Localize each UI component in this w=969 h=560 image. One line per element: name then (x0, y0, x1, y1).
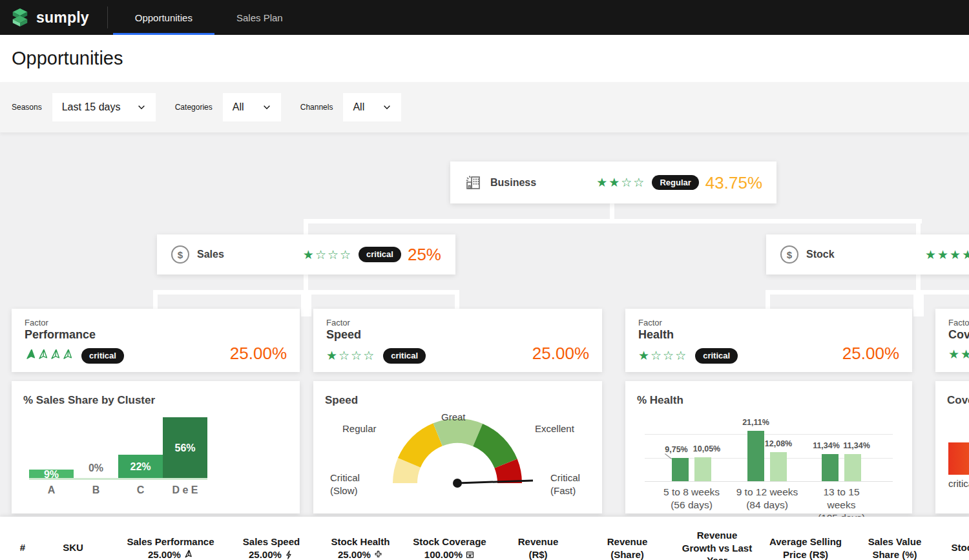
chevron-down-icon (137, 103, 146, 112)
cluster-categories: ABCD e E (29, 484, 207, 496)
tree-connector (766, 290, 770, 309)
coverage-category-label: critical (948, 478, 969, 489)
table-header-cell[interactable]: # (10, 541, 36, 554)
app-window: sumply Opportunities Sales Plan Opportun… (0, 0, 969, 560)
tree-node-sales[interactable]: $ Sales ★☆☆☆ critical 25% (157, 234, 455, 275)
gauge-label-critical-fast: Critical (Fast) (550, 472, 590, 497)
sales-share-cluster-chart-card: % Sales Share by Cluster 9%0%22%56% ABCD… (12, 381, 300, 513)
health-bar (770, 452, 787, 481)
tree-connector (304, 219, 922, 223)
factor-card-speed[interactable]: Factor Speed ★☆☆☆ critical 25.00% (313, 309, 602, 372)
categories-dropdown[interactable]: All (223, 93, 281, 121)
filter-bar: Seasons Last 15 days Categories All Chan… (0, 82, 969, 132)
health-bar (822, 454, 839, 481)
factor-title: Health (638, 328, 899, 342)
status-badge: critical (695, 348, 738, 364)
rating-stars: ★☆☆☆ (326, 349, 375, 362)
status-badge: Regular (652, 175, 698, 191)
cluster-category-label: A (29, 484, 74, 496)
cluster-category-label: B (74, 484, 118, 496)
page-header: Opportunities (0, 35, 969, 82)
rating-stars: ★★★★ (925, 249, 969, 261)
chart-title: % Sales Share by Cluster (23, 394, 155, 407)
tree-node-business[interactable]: Business ★★☆☆ Regular 43.75% (450, 161, 776, 203)
factor-score: 25.00% (532, 345, 589, 362)
factor-kicker: Factor (25, 318, 287, 327)
table-header-cell[interactable]: Stock Coverage100.00% (401, 535, 498, 560)
bar-value-label: 21,11% (742, 418, 769, 427)
cluster-bars: 9%0%22%56% (29, 417, 207, 479)
gridline (645, 434, 893, 435)
brand-logo[interactable]: sumply (0, 0, 102, 35)
tab-opportunities[interactable]: Opportunities (113, 0, 214, 35)
tree-connector (301, 295, 311, 316)
tree-connector (913, 295, 924, 316)
rating-stars: ★★★☆ (948, 348, 969, 360)
coverage-chart-card: Coverage critical (935, 381, 969, 513)
gauge-label-regular: Regular (342, 422, 377, 435)
factor-title: Speed (326, 328, 589, 342)
node-label: Sales (197, 249, 224, 260)
table-header-cell[interactable]: SKU (44, 541, 102, 554)
channels-dropdown[interactable]: All (343, 93, 401, 121)
cluster-bar: 22% (118, 455, 163, 479)
factor-kicker: Factor (326, 318, 589, 327)
tree-connector (916, 274, 921, 292)
speed-gauge-chart-card: Speed Regular Great Excellent Critical (… (313, 381, 602, 513)
dollar-circle-icon: $ (780, 245, 798, 264)
factor-score: 25.00% (230, 345, 287, 362)
tree-connector (916, 219, 921, 236)
chart-title: Coverage (947, 394, 969, 407)
table-header-cell[interactable]: Revenue (Share) (597, 535, 658, 560)
bar-value-label: 9,75% (665, 445, 687, 454)
table-header-cell[interactable]: Stock (932, 541, 969, 554)
node-label: Business (490, 177, 536, 189)
filter-seasons: Seasons Last 15 days (12, 93, 156, 121)
categories-dropdown-value: All (233, 101, 244, 113)
table-header-cell[interactable]: Revenue Growth vs Last Year (681, 529, 753, 560)
table-header-cell[interactable]: Revenue (R$) (508, 535, 569, 560)
tree-connector (610, 202, 614, 221)
building-icon (464, 174, 483, 192)
table-header-cell[interactable]: Sales Speed25.00% (229, 535, 313, 560)
tree-node-stock[interactable]: $ Stock ★★★★ (766, 234, 969, 275)
bar-value-label: 11,34% (813, 441, 840, 450)
seasons-dropdown[interactable]: Last 15 days (52, 93, 156, 121)
gauge-label-great: Great (441, 411, 466, 424)
health-bar (694, 457, 711, 481)
gauge-label-critical-slow: Critical (Slow) (330, 472, 370, 497)
tab-sales-plan[interactable]: Sales Plan (214, 0, 305, 35)
chevron-down-icon (262, 103, 271, 112)
rating-stars: ★☆☆☆ (303, 249, 352, 261)
factor-card-health[interactable]: Factor Health ★☆☆☆ critical 25.00% (625, 309, 912, 372)
table-header-cell[interactable]: Sales Value Share (%) (855, 535, 935, 560)
bar-value-label: 11,34% (843, 441, 870, 450)
table-header-cell[interactable]: Sales Performance25.00% (122, 535, 219, 560)
factor-score: 25.00% (842, 345, 899, 362)
sumply-logo-icon (10, 8, 30, 27)
node-score: 25% (408, 246, 441, 263)
rating-rockets (25, 349, 74, 362)
factor-card-performance[interactable]: Factor Performance critical 25.00% (12, 309, 300, 372)
table-header-cell[interactable]: Average Selling Price (R$) (766, 535, 846, 560)
table-header-cell[interactable]: Stock Health25.00% (315, 535, 406, 560)
cluster-category-label: D e E (163, 484, 207, 496)
seasons-dropdown-value: Last 15 days (62, 101, 121, 113)
cluster-baseline (29, 478, 207, 480)
bar-value-label: 56% (174, 442, 195, 454)
chevron-down-icon (382, 103, 391, 112)
dollar-circle-icon: $ (171, 245, 189, 264)
health-bar (747, 431, 764, 481)
bar-value-label: 12,08% (765, 439, 792, 448)
factor-card-coverage[interactable]: Factor Coverage ★★★☆ (935, 309, 969, 372)
rating-stars: ★☆☆☆ (638, 349, 687, 362)
tree-connector (304, 219, 308, 236)
gauge-needle-pivot (453, 479, 462, 488)
cluster-bar-column: 22% (118, 417, 163, 479)
tree-connector (304, 274, 308, 292)
health-category-label: 9 to 12 weeks (84 days) (736, 486, 798, 512)
factor-kicker: Factor (948, 318, 969, 327)
filter-label-channels: Channels (300, 103, 333, 112)
nav-divider (107, 6, 108, 28)
brand-name: sumply (36, 9, 89, 26)
